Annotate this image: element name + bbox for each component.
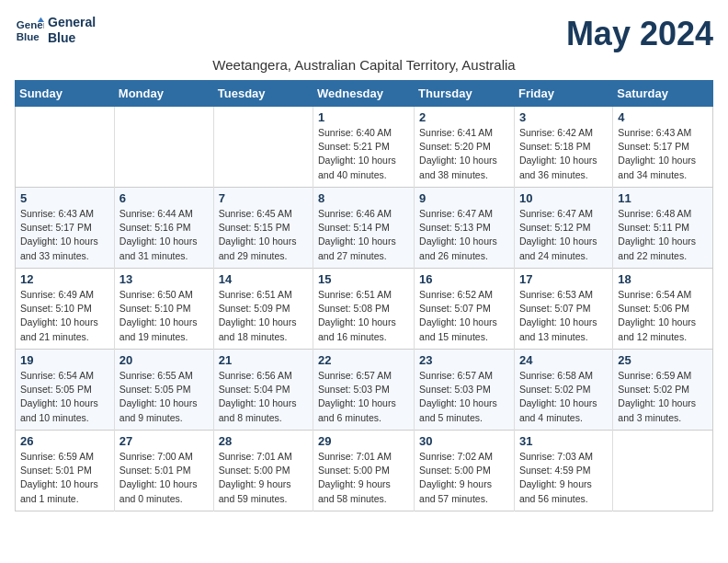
calendar-cell: 10Sunrise: 6:47 AM Sunset: 5:12 PM Dayli… <box>514 188 612 269</box>
calendar-cell: 4Sunrise: 6:43 AM Sunset: 5:17 PM Daylig… <box>613 107 713 188</box>
day-info: Sunrise: 6:52 AM Sunset: 5:07 PM Dayligh… <box>419 288 509 344</box>
day-info: Sunrise: 6:59 AM Sunset: 5:01 PM Dayligh… <box>20 450 109 506</box>
calendar-cell <box>16 107 115 188</box>
day-info: Sunrise: 6:54 AM Sunset: 5:06 PM Dayligh… <box>618 288 708 344</box>
calendar-cell <box>114 107 213 188</box>
day-number: 30 <box>419 434 509 448</box>
day-info: Sunrise: 6:56 AM Sunset: 5:04 PM Dayligh… <box>219 369 308 425</box>
calendar-cell: 2Sunrise: 6:41 AM Sunset: 5:20 PM Daylig… <box>415 107 515 188</box>
calendar-cell: 27Sunrise: 7:00 AM Sunset: 5:01 PM Dayli… <box>114 431 213 511</box>
day-number: 21 <box>219 353 308 367</box>
calendar-cell: 24Sunrise: 6:58 AM Sunset: 5:02 PM Dayli… <box>514 350 612 431</box>
day-info: Sunrise: 7:02 AM Sunset: 5:00 PM Dayligh… <box>419 450 509 506</box>
calendar-cell: 3Sunrise: 6:42 AM Sunset: 5:18 PM Daylig… <box>514 107 612 188</box>
calendar-cell: 23Sunrise: 6:57 AM Sunset: 5:03 PM Dayli… <box>415 350 515 431</box>
day-number: 31 <box>519 434 608 448</box>
logo-text-general: General <box>48 15 96 30</box>
calendar-cell <box>613 431 713 511</box>
header-day-friday: Friday <box>514 81 612 107</box>
day-number: 6 <box>119 191 209 205</box>
header-day-sunday: Sunday <box>16 81 115 107</box>
day-info: Sunrise: 6:41 AM Sunset: 5:20 PM Dayligh… <box>419 126 509 182</box>
day-number: 22 <box>318 353 409 367</box>
day-number: 3 <box>519 110 608 124</box>
day-number: 29 <box>318 434 409 448</box>
day-number: 16 <box>419 272 509 286</box>
day-number: 28 <box>219 434 308 448</box>
month-title: May 2024 <box>566 15 713 53</box>
day-number: 15 <box>318 272 409 286</box>
calendar-cell: 22Sunrise: 6:57 AM Sunset: 5:03 PM Dayli… <box>313 350 415 431</box>
calendar-table: SundayMondayTuesdayWednesdayThursdayFrid… <box>15 80 713 511</box>
day-info: Sunrise: 6:53 AM Sunset: 5:07 PM Dayligh… <box>519 288 608 344</box>
day-number: 7 <box>219 191 308 205</box>
calendar-cell: 21Sunrise: 6:56 AM Sunset: 5:04 PM Dayli… <box>213 350 313 431</box>
calendar-cell <box>213 107 313 188</box>
day-info: Sunrise: 6:51 AM Sunset: 5:08 PM Dayligh… <box>318 288 409 344</box>
day-number: 14 <box>219 272 308 286</box>
day-number: 12 <box>20 272 109 286</box>
day-info: Sunrise: 7:01 AM Sunset: 5:00 PM Dayligh… <box>318 450 409 506</box>
calendar-week-row: 5Sunrise: 6:43 AM Sunset: 5:17 PM Daylig… <box>16 188 713 269</box>
day-info: Sunrise: 6:47 AM Sunset: 5:12 PM Dayligh… <box>519 207 608 263</box>
calendar-cell: 7Sunrise: 6:45 AM Sunset: 5:15 PM Daylig… <box>213 188 313 269</box>
svg-text:Blue: Blue <box>17 30 40 41</box>
location-subtitle: Weetangera, Australian Capital Territory… <box>15 57 713 73</box>
day-number: 2 <box>419 110 509 124</box>
day-info: Sunrise: 6:49 AM Sunset: 5:10 PM Dayligh… <box>20 288 109 344</box>
header-day-tuesday: Tuesday <box>213 81 313 107</box>
day-number: 8 <box>318 191 409 205</box>
day-number: 27 <box>119 434 209 448</box>
calendar-cell: 26Sunrise: 6:59 AM Sunset: 5:01 PM Dayli… <box>16 431 115 511</box>
day-info: Sunrise: 6:57 AM Sunset: 5:03 PM Dayligh… <box>318 369 409 425</box>
calendar-cell: 1Sunrise: 6:40 AM Sunset: 5:21 PM Daylig… <box>313 107 415 188</box>
day-number: 1 <box>318 110 409 124</box>
logo-icon: General Blue <box>15 16 44 45</box>
day-info: Sunrise: 6:59 AM Sunset: 5:02 PM Dayligh… <box>618 369 708 425</box>
calendar-cell: 9Sunrise: 6:47 AM Sunset: 5:13 PM Daylig… <box>415 188 515 269</box>
day-info: Sunrise: 6:50 AM Sunset: 5:10 PM Dayligh… <box>119 288 209 344</box>
day-info: Sunrise: 6:55 AM Sunset: 5:05 PM Dayligh… <box>119 369 209 425</box>
header-day-wednesday: Wednesday <box>313 81 415 107</box>
calendar-week-row: 19Sunrise: 6:54 AM Sunset: 5:05 PM Dayli… <box>16 350 713 431</box>
calendar-header-row: SundayMondayTuesdayWednesdayThursdayFrid… <box>16 81 713 107</box>
day-number: 5 <box>20 191 109 205</box>
calendar-week-row: 1Sunrise: 6:40 AM Sunset: 5:21 PM Daylig… <box>16 107 713 188</box>
day-info: Sunrise: 6:48 AM Sunset: 5:11 PM Dayligh… <box>618 207 708 263</box>
day-number: 11 <box>618 191 708 205</box>
day-number: 25 <box>618 353 708 367</box>
header-day-monday: Monday <box>114 81 213 107</box>
day-number: 17 <box>519 272 608 286</box>
day-info: Sunrise: 6:42 AM Sunset: 5:18 PM Dayligh… <box>519 126 608 182</box>
calendar-cell: 6Sunrise: 6:44 AM Sunset: 5:16 PM Daylig… <box>114 188 213 269</box>
day-number: 18 <box>618 272 708 286</box>
day-info: Sunrise: 6:43 AM Sunset: 5:17 PM Dayligh… <box>618 126 708 182</box>
calendar-week-row: 26Sunrise: 6:59 AM Sunset: 5:01 PM Dayli… <box>16 431 713 511</box>
day-number: 9 <box>419 191 509 205</box>
day-info: Sunrise: 6:51 AM Sunset: 5:09 PM Dayligh… <box>219 288 308 344</box>
header-day-thursday: Thursday <box>415 81 515 107</box>
day-info: Sunrise: 6:46 AM Sunset: 5:14 PM Dayligh… <box>318 207 409 263</box>
day-info: Sunrise: 6:45 AM Sunset: 5:15 PM Dayligh… <box>219 207 308 263</box>
calendar-cell: 31Sunrise: 7:03 AM Sunset: 4:59 PM Dayli… <box>514 431 612 511</box>
day-info: Sunrise: 6:57 AM Sunset: 5:03 PM Dayligh… <box>419 369 509 425</box>
day-number: 19 <box>20 353 109 367</box>
day-info: Sunrise: 6:47 AM Sunset: 5:13 PM Dayligh… <box>419 207 509 263</box>
logo: General Blue General Blue <box>15 15 96 46</box>
calendar-cell: 13Sunrise: 6:50 AM Sunset: 5:10 PM Dayli… <box>114 269 213 350</box>
calendar-cell: 15Sunrise: 6:51 AM Sunset: 5:08 PM Dayli… <box>313 269 415 350</box>
header-day-saturday: Saturday <box>613 81 713 107</box>
calendar-week-row: 12Sunrise: 6:49 AM Sunset: 5:10 PM Dayli… <box>16 269 713 350</box>
calendar-cell: 25Sunrise: 6:59 AM Sunset: 5:02 PM Dayli… <box>613 350 713 431</box>
day-number: 26 <box>20 434 109 448</box>
page-header: General Blue General Blue May 2024 <box>15 15 713 53</box>
day-info: Sunrise: 7:03 AM Sunset: 4:59 PM Dayligh… <box>519 450 608 506</box>
calendar-cell: 14Sunrise: 6:51 AM Sunset: 5:09 PM Dayli… <box>213 269 313 350</box>
day-info: Sunrise: 7:00 AM Sunset: 5:01 PM Dayligh… <box>119 450 209 506</box>
calendar-cell: 19Sunrise: 6:54 AM Sunset: 5:05 PM Dayli… <box>16 350 115 431</box>
calendar-cell: 5Sunrise: 6:43 AM Sunset: 5:17 PM Daylig… <box>16 188 115 269</box>
day-info: Sunrise: 6:43 AM Sunset: 5:17 PM Dayligh… <box>20 207 109 263</box>
calendar-cell: 11Sunrise: 6:48 AM Sunset: 5:11 PM Dayli… <box>613 188 713 269</box>
logo-text-blue: Blue <box>48 30 96 46</box>
day-number: 13 <box>119 272 209 286</box>
